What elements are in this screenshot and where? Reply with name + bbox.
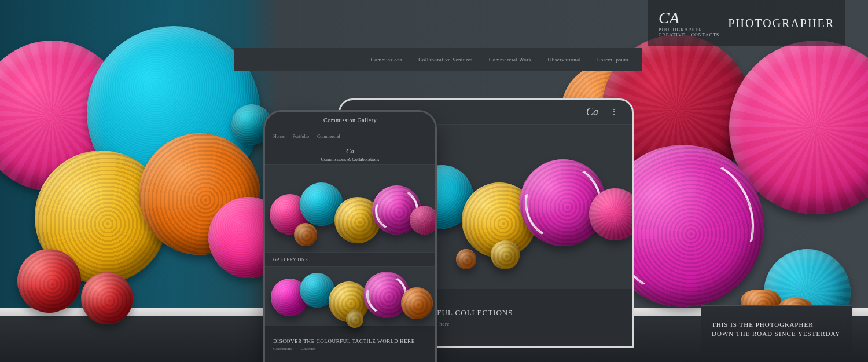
phone-tab-1[interactable]: Portfolio bbox=[293, 134, 309, 139]
phone-footer-link-0[interactable]: Collections bbox=[273, 346, 292, 351]
corner-line-2: down the road since yesterday bbox=[712, 330, 841, 337]
brand-script: CA bbox=[659, 9, 720, 27]
phone-header: Commission Gallery bbox=[265, 112, 435, 129]
phone-footer-link-1[interactable]: Galleries bbox=[301, 346, 315, 351]
phone-footer: Discover the colourful tactile world her… bbox=[265, 326, 435, 362]
nav-item-1[interactable]: Collaborative Ventures bbox=[418, 57, 473, 63]
corner-card: This is the photographer down the road s… bbox=[701, 305, 852, 352]
brand-word: PHOTOGRAPHER bbox=[728, 17, 834, 30]
nav-strip: Commissions Collaborative Ventures Comme… bbox=[234, 48, 642, 71]
phone-footer-title: Discover the colourful tactile world her… bbox=[273, 338, 427, 344]
phone-sub-header: Ca Commissions & Collaborations bbox=[265, 144, 435, 165]
nav-item-0[interactable]: Commissions bbox=[371, 57, 403, 63]
corner-line-1: This is the photographer bbox=[712, 321, 841, 328]
phone-sub-text: Commissions & Collaborations bbox=[321, 157, 380, 162]
phone-device: Commission Gallery Home Portfolio Commer… bbox=[263, 110, 437, 362]
brand-subtitle: Photographer · Creative · Contacts bbox=[659, 27, 720, 38]
phone-tabs: Home Portfolio Commercial bbox=[265, 129, 435, 144]
nav-item-2[interactable]: Commercial Work bbox=[489, 57, 532, 63]
nav-item-4[interactable]: Lorem Ipsum bbox=[597, 57, 628, 63]
phone-hero-2 bbox=[265, 267, 435, 326]
phone-caption-1: Gallery One bbox=[265, 252, 435, 267]
phone-sub-brand: Ca bbox=[346, 147, 354, 156]
kebab-menu-icon[interactable]: ⋮ bbox=[610, 107, 618, 117]
phone-tab-0[interactable]: Home bbox=[273, 134, 285, 139]
brand-badge: CA Photographer · Creative · Contacts PH… bbox=[648, 0, 845, 46]
desktop-brand: Ca bbox=[586, 106, 598, 118]
nav-item-3[interactable]: Observational bbox=[548, 57, 581, 63]
phone-tab-2[interactable]: Commercial bbox=[317, 134, 340, 139]
phone-hero-1 bbox=[265, 165, 435, 252]
